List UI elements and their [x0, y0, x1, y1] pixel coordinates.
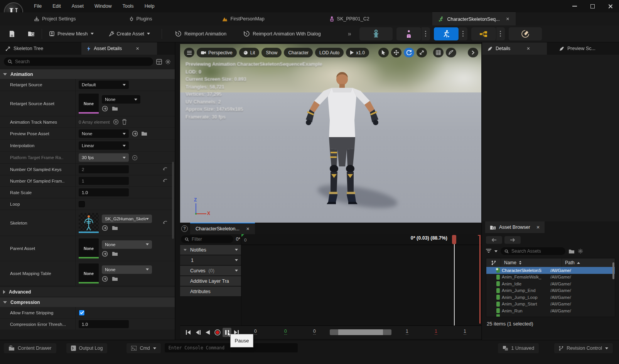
section-animation[interactable]: Animation	[0, 69, 175, 79]
blueprint-mode-button[interactable]	[471, 27, 496, 40]
back-button[interactable]	[486, 236, 502, 244]
tab-firstpersonmap[interactable]: FirstPersonMap	[216, 12, 281, 25]
perspective-button[interactable]: Perspective	[197, 48, 237, 57]
skeleton-mode-button[interactable]	[359, 27, 393, 40]
asset-row[interactable]: Anim_Jump_Start /All/Game/	[486, 301, 615, 308]
create-asset-button[interactable]: Create Asset	[105, 28, 154, 40]
track-options-chevron-icon[interactable]	[235, 270, 238, 272]
footer-range-end[interactable]: 1	[406, 329, 408, 335]
browse-to-asset-button[interactable]	[25, 28, 38, 40]
asset-row[interactable]: Anim_Run /All/Game/	[486, 307, 615, 314]
toolbar-overflow-chevron-icon[interactable]: »	[348, 30, 350, 37]
footer-frame-max[interactable]: 1	[435, 329, 437, 335]
select-tool-button[interactable]	[378, 48, 389, 57]
output-log-button[interactable]: Output Log	[66, 343, 108, 353]
add-array-element-icon[interactable]	[113, 119, 119, 125]
details-search-input[interactable]	[15, 59, 149, 64]
save-button[interactable]	[5, 28, 19, 40]
character-menu-button[interactable]: Character	[284, 48, 313, 57]
asset-row-partial[interactable]	[486, 314, 615, 317]
asset-mapping-table-dropdown[interactable]: None	[102, 265, 152, 274]
use-selected-asset-icon[interactable]	[102, 251, 108, 257]
browse-asset-icon[interactable]	[112, 106, 118, 111]
grid-snap-button[interactable]	[433, 48, 444, 57]
skeleton-thumbnail[interactable]	[79, 213, 99, 233]
reimport-animation-with-dialog-button[interactable]: Reimport Animation With Dialog	[240, 28, 324, 40]
browse-asset-icon[interactable]	[112, 225, 118, 231]
details-search[interactable]	[4, 57, 153, 66]
sampled-frames-input[interactable]	[79, 177, 129, 185]
asset-row[interactable]: Anim_Jump_Loop /All/Game/	[486, 294, 615, 301]
menu-help[interactable]: Help	[139, 0, 160, 12]
tab-close-icon[interactable]: ✕	[506, 17, 509, 22]
rate-scale-input[interactable]	[79, 188, 129, 196]
revision-control-button[interactable]: Revision Control	[554, 343, 613, 353]
menu-window[interactable]: Window	[89, 0, 117, 12]
allow-frame-stripping-checkbox[interactable]	[79, 310, 85, 316]
target-settings-icon[interactable]	[132, 155, 138, 161]
track-notify-1[interactable]: 1	[180, 255, 241, 265]
show-menu-button[interactable]: Show	[261, 48, 282, 57]
tab-skeleton-tree[interactable]: Skeleton Tree	[0, 42, 49, 55]
asset-row[interactable]: Anim_Idle /All/Game/	[486, 280, 615, 287]
asset-row[interactable]: Anim_FemaleWalk_ /All/Game/	[486, 274, 615, 281]
project-settings-button[interactable]: Project Settings	[29, 12, 81, 25]
tab-details[interactable]: Details ✕	[482, 42, 547, 55]
sampled-keys-input[interactable]	[79, 165, 129, 173]
browse-asset-icon[interactable]	[141, 131, 147, 136]
tab-close-icon[interactable]: ✕	[526, 46, 530, 51]
timeline-scrollbar[interactable]	[330, 329, 391, 335]
track-attributes[interactable]: Attributes	[180, 287, 241, 296]
timeline-ruler[interactable]: 0 0* (0.03) (88.7%)	[241, 234, 481, 245]
left-panel-scrollbar[interactable]	[172, 162, 174, 239]
asset-mapping-table-thumbnail[interactable]: None	[79, 263, 99, 283]
content-drawer-button[interactable]: Content Drawer	[4, 343, 56, 353]
platform-frame-rate-dropdown[interactable]: 30 fps	[79, 153, 129, 162]
reset-to-default-icon[interactable]	[163, 221, 168, 225]
retarget-source-dropdown[interactable]: Default	[79, 81, 129, 89]
use-selected-asset-icon[interactable]	[102, 225, 108, 231]
preview-mesh-button[interactable]: Preview Mesh	[45, 28, 98, 40]
minimize-button[interactable]	[566, 0, 584, 12]
gear-icon[interactable]	[165, 59, 171, 65]
section-compression[interactable]: Compression	[0, 297, 175, 307]
compression-error-threshold-input[interactable]	[79, 320, 129, 328]
menu-tools[interactable]: Tools	[117, 0, 139, 12]
playhead-marker[interactable]	[452, 235, 456, 244]
footer-range-start[interactable]: 0	[313, 329, 316, 335]
asset-search-input[interactable]	[511, 248, 562, 254]
filter-icon[interactable]	[486, 249, 491, 253]
rotate-tool-button[interactable]	[404, 48, 414, 57]
menu-edit[interactable]: Edit	[47, 0, 66, 12]
reimport-animation-button[interactable]: Reimport Animation	[171, 28, 230, 40]
gear-icon[interactable]	[578, 248, 583, 254]
mesh-mode-options-kebab[interactable]	[422, 27, 430, 40]
menu-file[interactable]: File	[29, 0, 47, 12]
interpolation-dropdown[interactable]: Linear	[79, 141, 129, 150]
use-selected-asset-icon[interactable]	[102, 106, 108, 112]
use-selected-asset-icon[interactable]	[102, 276, 108, 282]
tab-close-icon[interactable]: ✕	[136, 46, 139, 51]
maximize-button[interactable]	[584, 0, 601, 12]
column-revision[interactable]	[486, 258, 501, 267]
track-notifies[interactable]: Notifies	[180, 245, 241, 255]
tab-sk-pp801-c2[interactable]: SK_PP801_C2	[324, 12, 389, 25]
rotation-snap-button[interactable]	[446, 48, 456, 57]
reset-to-default-icon[interactable]	[163, 167, 168, 172]
move-tool-button[interactable]	[391, 48, 401, 57]
forward-button[interactable]	[504, 236, 521, 244]
play-reverse-button[interactable]	[203, 328, 212, 337]
step-backward-button[interactable]	[194, 328, 202, 337]
display-options-icon[interactable]	[156, 59, 162, 65]
reset-to-default-icon[interactable]	[163, 179, 168, 183]
record-button[interactable]	[213, 328, 222, 337]
use-selected-asset-icon[interactable]	[132, 131, 138, 137]
footer-frame-min[interactable]: 0	[254, 329, 257, 335]
viewport-expand-chevron[interactable]	[468, 48, 478, 57]
footer-total[interactable]: 1	[464, 329, 466, 335]
browse-asset-icon[interactable]	[112, 251, 118, 257]
animation-mode-options-kebab[interactable]	[459, 27, 467, 40]
help-icon[interactable]: ?	[181, 225, 188, 232]
track-additive-layer[interactable]: Additive Layer Tra	[180, 276, 241, 286]
footer-frame-current[interactable]: 0	[284, 329, 287, 335]
